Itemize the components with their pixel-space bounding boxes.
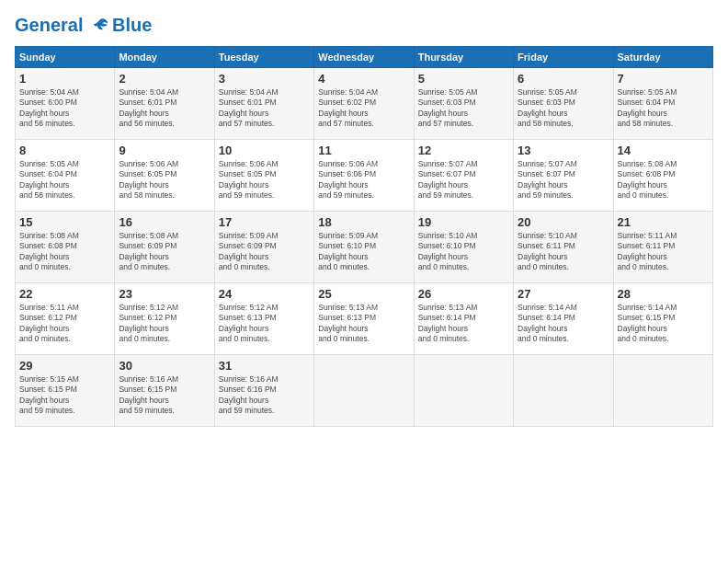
weekday-header-saturday: Saturday xyxy=(613,46,712,67)
calendar-day-cell: 2Sunrise: 5:04 AMSunset: 6:01 PMDaylight… xyxy=(115,67,214,139)
day-number: 27 xyxy=(518,287,609,301)
day-info: Sunrise: 5:07 AMSunset: 6:07 PMDaylight … xyxy=(518,159,609,201)
calendar-day-cell: 18Sunrise: 5:09 AMSunset: 6:10 PMDayligh… xyxy=(314,211,414,282)
weekday-header-monday: Monday xyxy=(115,46,214,67)
day-info: Sunrise: 5:05 AMSunset: 6:04 PMDaylight … xyxy=(618,87,709,130)
day-number: 22 xyxy=(19,287,110,301)
day-number: 17 xyxy=(219,215,310,229)
day-number: 26 xyxy=(418,287,509,301)
day-number: 25 xyxy=(318,287,409,301)
day-number: 10 xyxy=(219,144,310,157)
logo-text: General Blue xyxy=(15,15,152,37)
day-info: Sunrise: 5:14 AMSunset: 6:14 PMDaylight … xyxy=(518,303,609,345)
day-number: 5 xyxy=(418,72,509,86)
day-info: Sunrise: 5:07 AMSunset: 6:07 PMDaylight … xyxy=(418,159,509,201)
calendar-day-cell: 23Sunrise: 5:12 AMSunset: 6:12 PMDayligh… xyxy=(115,282,214,354)
day-number: 7 xyxy=(618,72,709,86)
calendar-table: SundayMondayTuesdayWednesdayThursdayFrid… xyxy=(15,46,713,427)
calendar-week-row: 1Sunrise: 5:04 AMSunset: 6:00 PMDaylight… xyxy=(16,67,713,139)
calendar-day-cell: 5Sunrise: 5:05 AMSunset: 6:03 PMDaylight… xyxy=(414,67,513,139)
day-info: Sunrise: 5:06 AMSunset: 6:06 PMDaylight … xyxy=(318,159,409,201)
day-number: 18 xyxy=(318,215,409,229)
calendar-day-cell: 8Sunrise: 5:05 AMSunset: 6:04 PMDaylight… xyxy=(16,139,115,211)
calendar-day-cell: 13Sunrise: 5:07 AMSunset: 6:07 PMDayligh… xyxy=(514,139,613,211)
calendar-week-row: 15Sunrise: 5:08 AMSunset: 6:08 PMDayligh… xyxy=(16,211,713,282)
day-number: 1 xyxy=(19,72,110,86)
day-info: Sunrise: 5:11 AMSunset: 6:12 PMDaylight … xyxy=(19,303,110,345)
day-info: Sunrise: 5:08 AMSunset: 6:08 PMDaylight … xyxy=(19,231,110,273)
calendar-day-cell: 6Sunrise: 5:05 AMSunset: 6:03 PMDaylight… xyxy=(514,67,613,139)
calendar-day-cell: 9Sunrise: 5:06 AMSunset: 6:05 PMDaylight… xyxy=(115,139,214,211)
calendar-day-cell: 21Sunrise: 5:11 AMSunset: 6:11 PMDayligh… xyxy=(613,211,712,282)
calendar-day-cell: 17Sunrise: 5:09 AMSunset: 6:09 PMDayligh… xyxy=(214,211,313,282)
day-number: 3 xyxy=(219,72,310,86)
weekday-header-friday: Friday xyxy=(514,46,613,67)
day-number: 21 xyxy=(618,215,709,229)
day-info: Sunrise: 5:12 AMSunset: 6:13 PMDaylight … xyxy=(219,303,310,345)
calendar-day-cell: 25Sunrise: 5:13 AMSunset: 6:13 PMDayligh… xyxy=(314,282,414,354)
day-number: 6 xyxy=(518,72,609,86)
calendar-day-cell xyxy=(314,354,414,426)
calendar-day-cell: 30Sunrise: 5:16 AMSunset: 6:15 PMDayligh… xyxy=(115,354,214,426)
calendar-day-cell: 11Sunrise: 5:06 AMSunset: 6:06 PMDayligh… xyxy=(314,139,414,211)
calendar-day-cell: 26Sunrise: 5:13 AMSunset: 6:14 PMDayligh… xyxy=(414,282,513,354)
calendar-day-cell: 4Sunrise: 5:04 AMSunset: 6:02 PMDaylight… xyxy=(314,67,414,139)
day-info: Sunrise: 5:09 AMSunset: 6:09 PMDaylight … xyxy=(219,231,310,273)
day-info: Sunrise: 5:11 AMSunset: 6:11 PMDaylight … xyxy=(618,231,709,273)
calendar-day-cell xyxy=(613,354,712,426)
day-number: 28 xyxy=(618,287,709,301)
calendar-day-cell: 15Sunrise: 5:08 AMSunset: 6:08 PMDayligh… xyxy=(16,211,115,282)
day-info: Sunrise: 5:10 AMSunset: 6:10 PMDaylight … xyxy=(418,231,509,273)
day-info: Sunrise: 5:06 AMSunset: 6:05 PMDaylight … xyxy=(219,159,310,201)
day-number: 16 xyxy=(119,215,210,229)
calendar-day-cell: 20Sunrise: 5:10 AMSunset: 6:11 PMDayligh… xyxy=(514,211,613,282)
calendar-body: 1Sunrise: 5:04 AMSunset: 6:00 PMDaylight… xyxy=(16,67,713,426)
day-info: Sunrise: 5:08 AMSunset: 6:09 PMDaylight … xyxy=(119,231,210,273)
day-number: 15 xyxy=(19,215,110,229)
day-number: 4 xyxy=(318,72,409,86)
day-info: Sunrise: 5:04 AMSunset: 6:02 PMDaylight … xyxy=(318,87,409,130)
calendar-day-cell: 12Sunrise: 5:07 AMSunset: 6:07 PMDayligh… xyxy=(414,139,513,211)
calendar-day-cell: 3Sunrise: 5:04 AMSunset: 6:01 PMDaylight… xyxy=(214,67,313,139)
day-info: Sunrise: 5:05 AMSunset: 6:03 PMDaylight … xyxy=(418,87,509,130)
calendar-day-cell: 10Sunrise: 5:06 AMSunset: 6:05 PMDayligh… xyxy=(214,139,313,211)
day-number: 14 xyxy=(618,144,709,157)
calendar-day-cell: 31Sunrise: 5:16 AMSunset: 6:16 PMDayligh… xyxy=(214,354,313,426)
day-info: Sunrise: 5:10 AMSunset: 6:11 PMDaylight … xyxy=(518,231,609,273)
calendar-header: SundayMondayTuesdayWednesdayThursdayFrid… xyxy=(16,46,713,67)
day-number: 8 xyxy=(19,144,110,157)
day-info: Sunrise: 5:05 AMSunset: 6:03 PMDaylight … xyxy=(518,87,609,130)
day-info: Sunrise: 5:09 AMSunset: 6:10 PMDaylight … xyxy=(318,231,409,273)
calendar-week-row: 8Sunrise: 5:05 AMSunset: 6:04 PMDaylight… xyxy=(16,139,713,211)
day-number: 19 xyxy=(418,215,509,229)
calendar-container: General Blue SundayMondayTuesdayWednesda… xyxy=(0,0,728,436)
weekday-header-thursday: Thursday xyxy=(414,46,513,67)
day-number: 9 xyxy=(119,144,210,157)
day-number: 11 xyxy=(318,144,409,157)
calendar-day-cell: 19Sunrise: 5:10 AMSunset: 6:10 PMDayligh… xyxy=(414,211,513,282)
day-info: Sunrise: 5:13 AMSunset: 6:13 PMDaylight … xyxy=(318,303,409,345)
calendar-day-cell: 29Sunrise: 5:15 AMSunset: 6:15 PMDayligh… xyxy=(16,354,115,426)
calendar-day-cell: 14Sunrise: 5:08 AMSunset: 6:08 PMDayligh… xyxy=(613,139,712,211)
day-info: Sunrise: 5:04 AMSunset: 6:00 PMDaylight … xyxy=(19,87,110,130)
day-info: Sunrise: 5:14 AMSunset: 6:15 PMDaylight … xyxy=(618,303,709,345)
day-info: Sunrise: 5:04 AMSunset: 6:01 PMDaylight … xyxy=(219,87,310,130)
calendar-day-cell: 7Sunrise: 5:05 AMSunset: 6:04 PMDaylight… xyxy=(613,67,712,139)
weekday-header-wednesday: Wednesday xyxy=(314,46,414,67)
calendar-day-cell: 22Sunrise: 5:11 AMSunset: 6:12 PMDayligh… xyxy=(16,282,115,354)
day-info: Sunrise: 5:08 AMSunset: 6:08 PMDaylight … xyxy=(618,159,709,201)
logo: General Blue xyxy=(15,15,152,37)
calendar-day-cell: 1Sunrise: 5:04 AMSunset: 6:00 PMDaylight… xyxy=(16,67,115,139)
calendar-day-cell: 16Sunrise: 5:08 AMSunset: 6:09 PMDayligh… xyxy=(115,211,214,282)
day-number: 12 xyxy=(418,144,509,157)
day-info: Sunrise: 5:06 AMSunset: 6:05 PMDaylight … xyxy=(119,159,210,201)
calendar-week-row: 22Sunrise: 5:11 AMSunset: 6:12 PMDayligh… xyxy=(16,282,713,354)
header: General Blue xyxy=(15,15,713,37)
day-info: Sunrise: 5:13 AMSunset: 6:14 PMDaylight … xyxy=(418,303,509,345)
day-info: Sunrise: 5:04 AMSunset: 6:01 PMDaylight … xyxy=(119,87,210,130)
day-number: 24 xyxy=(219,287,310,301)
weekday-header-sunday: Sunday xyxy=(16,46,115,67)
logo-bird-icon xyxy=(90,17,110,37)
weekday-header-row: SundayMondayTuesdayWednesdayThursdayFrid… xyxy=(16,46,713,67)
day-info: Sunrise: 5:16 AMSunset: 6:15 PMDaylight … xyxy=(119,374,210,417)
